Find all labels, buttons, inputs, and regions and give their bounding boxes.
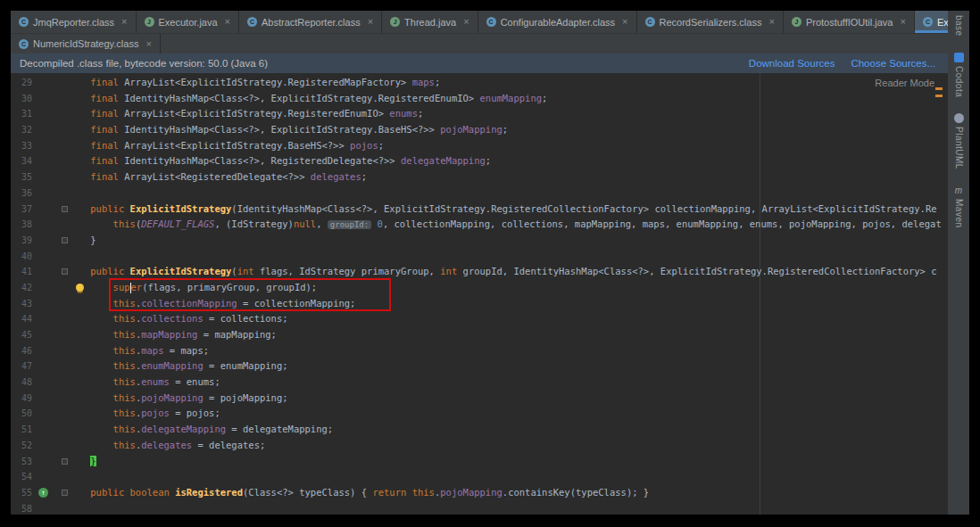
code-line[interactable]: 39 } xyxy=(11,233,948,249)
tool-window-label: base xyxy=(954,15,964,37)
line-number[interactable]: 50 xyxy=(11,406,37,422)
line-number[interactable]: 33 xyxy=(11,138,37,154)
close-icon[interactable]: × xyxy=(901,17,906,27)
tool-window-button-maven[interactable]: mMaven xyxy=(954,185,964,228)
line-number[interactable]: 47 xyxy=(11,358,37,375)
code-line[interactable]: 37 public ExplicitIdStrategy(IdentityHas… xyxy=(11,202,948,218)
code-line[interactable]: 32 final IdentityHashMap<Class<?>, Expli… xyxy=(11,122,948,138)
line-number[interactable]: 39 xyxy=(11,233,37,249)
code-text: this.enums = enums; xyxy=(68,375,220,391)
line-number[interactable]: 29 xyxy=(11,75,37,91)
code-line[interactable]: 40 xyxy=(11,249,948,265)
line-number[interactable]: 41 xyxy=(11,264,37,280)
scrollbar-error-mark[interactable] xyxy=(935,95,943,97)
code-editor[interactable]: 29 final ArrayList<ExplicitIdStrategy.Re… xyxy=(11,73,948,515)
tab-label: Thread.java xyxy=(404,17,456,28)
close-icon[interactable]: × xyxy=(225,17,230,27)
tool-window-button-plantuml[interactable]: PlantUML xyxy=(954,113,964,169)
code-line[interactable]: 48 this.enums = enums; xyxy=(11,375,948,391)
close-icon[interactable]: × xyxy=(368,17,373,27)
line-number[interactable]: 35 xyxy=(11,169,37,185)
tab-AbstractReporter.class[interactable]: CAbstractReporter.class× xyxy=(239,11,382,33)
download-sources-link[interactable]: Download Sources xyxy=(749,58,835,69)
scrollbar-error-mark[interactable] xyxy=(935,87,943,90)
line-number[interactable]: 46 xyxy=(11,343,37,359)
line-number[interactable]: 38 xyxy=(11,217,37,233)
reader-mode-toggle[interactable]: Reader Mode xyxy=(875,78,934,88)
line-number[interactable]: 32 xyxy=(11,122,37,138)
line-number[interactable]: 40 xyxy=(11,249,37,265)
close-icon[interactable]: × xyxy=(145,39,151,49)
line-number[interactable]: 37 xyxy=(11,202,37,218)
line-number[interactable]: 30 xyxy=(11,91,37,107)
tab-ExplicitIdStrategy.class[interactable]: CExplicitIdStrategy.class× xyxy=(915,11,948,33)
tool-window-label: PlantUML xyxy=(954,127,964,169)
close-icon[interactable]: × xyxy=(463,17,469,27)
code-line[interactable]: 36 xyxy=(11,185,948,202)
code-line[interactable]: 58 xyxy=(11,501,948,515)
code-line[interactable]: 53 } xyxy=(11,454,948,470)
tool-window-button-base[interactable]: base xyxy=(954,15,964,37)
code-line[interactable]: 35 final ArrayList<RegisteredDelegate<?>… xyxy=(11,169,948,185)
code-text: final IdentityHashMap<Class<?>, Explicit… xyxy=(68,91,547,107)
line-number[interactable]: 45 xyxy=(11,327,37,343)
tab-ConfigurableAdapter.class[interactable]: CConfigurableAdapter.class× xyxy=(478,11,637,33)
right-tool-window-bar: baseCodotaPlantUMLmMaven xyxy=(948,11,969,515)
tab-Thread.java[interactable]: JThread.java× xyxy=(382,11,478,33)
intention-bulb-icon[interactable] xyxy=(76,284,84,292)
code-line[interactable]: 54 xyxy=(11,469,948,485)
code-line[interactable]: 30 final IdentityHashMap<Class<?>, Expli… xyxy=(11,91,948,107)
close-icon[interactable]: × xyxy=(121,17,127,27)
tool-window-button-codota[interactable]: Codota xyxy=(954,53,964,97)
tab-Executor.java[interactable]: JExecutor.java× xyxy=(137,11,239,33)
tab-JmqReporter.class[interactable]: CJmqReporter.class× xyxy=(11,11,137,33)
code-line[interactable]: 47 this.enumMapping = enumMapping; xyxy=(11,358,948,375)
fold-marker-icon[interactable] xyxy=(62,490,68,496)
tab-ProtostuffIOUtil.java[interactable]: JProtostuffIOUtil.java× xyxy=(784,11,915,33)
line-number[interactable]: 43 xyxy=(11,296,37,312)
line-number[interactable]: 34 xyxy=(11,153,37,169)
line-number[interactable]: 53 xyxy=(11,454,37,470)
code-line[interactable]: 55↑ public boolean isRegistered(Class<?>… xyxy=(11,485,948,501)
code-line[interactable]: 51 this.delegateMapping = delegateMappin… xyxy=(11,422,948,438)
code-text: this.delegates = delegates; xyxy=(68,438,265,454)
code-line[interactable]: 50 this.pojos = pojos; xyxy=(11,406,948,422)
code-line[interactable]: 38 this(DEFAULT_FLAGS, (IdStrategy)null,… xyxy=(11,217,948,233)
fold-marker-icon[interactable] xyxy=(62,268,68,275)
fold-marker-icon[interactable] xyxy=(62,206,68,212)
code-line[interactable]: 29 final ArrayList<ExplicitIdStrategy.Re… xyxy=(11,75,948,91)
tab-label: ProtostuffIOUtil.java xyxy=(806,17,893,28)
codota-icon xyxy=(954,53,964,62)
code-line[interactable]: 49 this.pojoMapping = pojoMapping; xyxy=(11,391,948,407)
code-line[interactable]: 42 super(flags, primaryGroup, groupId); xyxy=(11,280,948,296)
line-number[interactable]: 42 xyxy=(11,280,37,296)
tab-RecordSerializers.class[interactable]: CRecordSerializers.class× xyxy=(637,11,784,33)
line-number[interactable]: 54 xyxy=(11,469,37,485)
line-number[interactable]: 51 xyxy=(11,422,37,438)
line-number[interactable]: 31 xyxy=(11,106,37,122)
code-line[interactable]: 43 this.collectionMapping = collectionMa… xyxy=(11,296,948,312)
code-line[interactable]: 46 this.maps = maps; xyxy=(11,343,948,359)
code-line[interactable]: 44 this.collections = collections; xyxy=(11,311,948,327)
line-number[interactable]: 52 xyxy=(11,438,37,454)
line-number[interactable]: 49 xyxy=(11,391,37,407)
fold-marker-icon[interactable] xyxy=(62,458,68,465)
java-file-icon: J xyxy=(145,17,154,27)
line-number[interactable]: 36 xyxy=(11,185,37,202)
code-line[interactable]: 52 this.delegates = delegates; xyxy=(11,438,948,454)
tab-NumericIdStrategy.class[interactable]: CNumericIdStrategy.class× xyxy=(11,34,161,54)
line-number[interactable]: 58 xyxy=(11,501,37,515)
line-number[interactable]: 44 xyxy=(11,311,37,327)
overriding-method-icon[interactable]: ↑ xyxy=(38,488,48,498)
close-icon[interactable]: × xyxy=(622,17,627,27)
fold-marker-icon[interactable] xyxy=(62,237,68,243)
code-line[interactable]: 41 public ExplicitIdStrategy(int flags, … xyxy=(11,264,948,280)
code-line[interactable]: 45 this.mapMapping = mapMapping; xyxy=(11,327,948,343)
code-line[interactable]: 34 final IdentityHashMap<Class<?>, Regis… xyxy=(11,153,948,169)
code-line[interactable]: 31 final ArrayList<ExplicitIdStrategy.Re… xyxy=(11,106,948,122)
close-icon[interactable]: × xyxy=(768,17,774,27)
code-line[interactable]: 33 final ArrayList<ExplicitIdStrategy.Ba… xyxy=(11,138,948,154)
choose-sources-link[interactable]: Choose Sources... xyxy=(851,58,935,69)
line-number[interactable]: 55 xyxy=(11,485,37,501)
line-number[interactable]: 48 xyxy=(11,375,37,391)
